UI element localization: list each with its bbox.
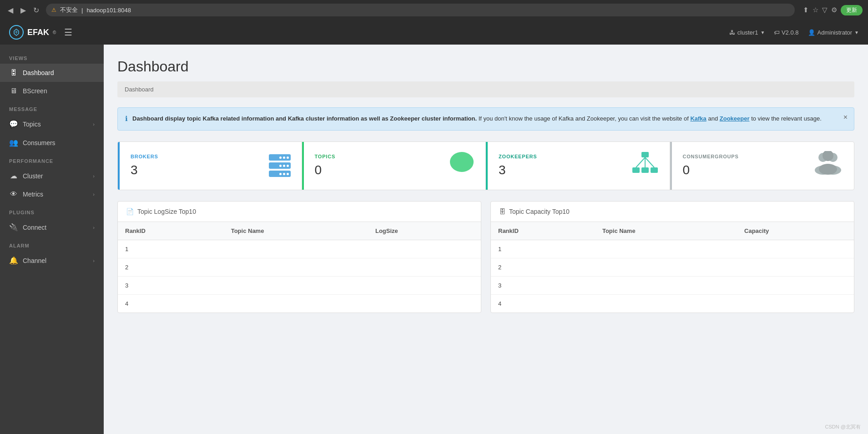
extensions-icon[interactable]: ▽ — [822, 6, 828, 14]
kafka-link[interactable]: Kafka — [690, 115, 706, 122]
main-layout: VIEWS 🎛 Dashboard 🖥 BScreen MESSAGE 💬 To… — [0, 45, 868, 434]
alert-close-button[interactable]: × — [843, 113, 848, 121]
capacity-col-rankid: RankID — [491, 222, 595, 240]
logsize-name-3 — [224, 276, 368, 294]
refresh-button[interactable]: ↻ — [31, 5, 41, 15]
capacity-header-row: RankID Topic Name Capacity — [491, 222, 854, 240]
logsize-header-icon: 📄 — [126, 208, 134, 215]
alert-normal-text: If you don't know the usage of Kafka and… — [479, 115, 691, 122]
admin-menu[interactable]: 👤 Administrator ▼ — [808, 29, 859, 36]
content-area: Dashboard Dashboard ℹ Dashboard display … — [104, 45, 868, 434]
capacity-table-header: 🗄 Topic Capacity Top10 — [491, 202, 854, 222]
logsize-rank-1: 1 — [118, 240, 224, 258]
brokers-value: 3 — [131, 163, 158, 177]
settings-icon[interactable]: ⚙ — [831, 6, 837, 14]
cluster-dropdown-arrow: ▼ — [760, 30, 765, 35]
table-row: 1 — [118, 240, 481, 258]
page-title: Dashboard — [117, 58, 854, 75]
consumergroups-value: 0 — [683, 163, 739, 177]
alert-and-text: and — [708, 115, 719, 122]
capacity-cap-1 — [737, 240, 854, 258]
capacity-cap-4 — [737, 294, 854, 313]
logsize-table-thead: RankID Topic Name LogSize — [118, 222, 481, 240]
cluster-selector[interactable]: 🖧 cluster1 ▼ — [729, 29, 765, 36]
logsize-table-title: Topic LogSize Top10 — [137, 208, 196, 215]
stat-card-zookeepers: ZOOKEEPERS 3 — [486, 142, 670, 190]
logsize-name-1 — [224, 240, 368, 258]
sidebar-item-consumers[interactable]: 👥 Consumers — [0, 133, 104, 152]
consumergroups-people-icon — [813, 151, 843, 181]
svg-rect-3 — [632, 167, 640, 173]
capacity-rank-3: 3 — [491, 276, 595, 294]
channel-icon: 🔔 — [9, 256, 18, 265]
logsize-rank-3: 3 — [118, 276, 224, 294]
stats-row: BROKERS 3 TOPICS 0 — [117, 141, 854, 190]
sidebar-label-metrics: Metrics — [23, 191, 43, 198]
sidebar-item-cluster[interactable]: ☁ Cluster › — [0, 167, 104, 185]
sidebar-item-connect-left: 🔌 Connect — [9, 223, 46, 232]
sidebar-item-topics[interactable]: 💬 Topics › — [0, 115, 104, 133]
stat-card-consumergroups: CONSUMERGROUPS 0 — [670, 142, 854, 190]
sidebar-item-channel[interactable]: 🔔 Channel › — [0, 251, 104, 270]
capacity-table-tbody: 1 2 3 — [491, 240, 854, 313]
topics-value: 0 — [315, 163, 336, 177]
logsize-rank-4: 4 — [118, 294, 224, 313]
url-text: hadoop101:8048 — [86, 7, 131, 14]
sidebar-label-connect: Connect — [23, 224, 46, 231]
capacity-cap-2 — [737, 258, 854, 276]
consumergroups-label: CONSUMERGROUPS — [683, 154, 739, 159]
logsize-size-2 — [368, 258, 481, 276]
sidebar-label-cluster: Cluster — [23, 172, 43, 180]
footer-watermark: CSDN @北冥有 — [825, 424, 861, 430]
logo-icon — [9, 25, 24, 40]
bscreen-icon: 🖥 — [9, 87, 18, 95]
topics-chevron-icon: › — [93, 121, 95, 127]
back-button[interactable]: ◀ — [5, 5, 15, 15]
cluster-sidebar-icon: ☁ — [9, 172, 18, 180]
logo: EFAK© — [9, 25, 56, 40]
alert-end-text: to view the relevant usage. — [751, 115, 822, 122]
capacity-name-3 — [595, 276, 737, 294]
capacity-name-4 — [595, 294, 737, 313]
plugins-section-label: PLUGINS — [0, 203, 104, 218]
consumers-icon: 👥 — [9, 138, 18, 147]
brokers-icon — [269, 154, 291, 177]
admin-icon: 👤 — [808, 29, 815, 36]
dashboard-icon: 🎛 — [9, 69, 18, 77]
stat-card-topics: TOPICS 0 — [302, 142, 486, 190]
cluster-chevron-icon: › — [93, 173, 95, 179]
logsize-col-rankid: RankID — [118, 222, 224, 240]
sidebar-item-bscreen[interactable]: 🖥 BScreen — [0, 82, 104, 100]
alert-bold-text: Dashboard display topic Kafka related in… — [132, 115, 477, 122]
sidebar-label-consumers: Consumers — [23, 139, 56, 146]
forward-button[interactable]: ▶ — [18, 5, 28, 15]
navbar-left: EFAK© ☰ — [9, 25, 72, 40]
svg-rect-4 — [641, 167, 649, 173]
sidebar-item-dashboard[interactable]: 🎛 Dashboard — [0, 64, 104, 82]
logsize-size-4 — [368, 294, 481, 313]
alert-info-icon: ℹ — [125, 115, 128, 123]
sidebar-item-connect[interactable]: 🔌 Connect › — [0, 218, 104, 237]
alarm-section-label: ALARM — [0, 237, 104, 251]
capacity-col-topicname: Topic Name — [595, 222, 737, 240]
zookeeper-link[interactable]: Zookeeper — [720, 115, 750, 122]
hamburger-menu[interactable]: ☰ — [64, 27, 72, 38]
capacity-name-1 — [595, 240, 737, 258]
sidebar-label-dashboard: Dashboard — [23, 69, 54, 76]
logsize-header-row: RankID Topic Name LogSize — [118, 222, 481, 240]
brokers-info: BROKERS 3 — [131, 154, 158, 177]
logsize-size-1 — [368, 240, 481, 258]
bookmark-icon[interactable]: ☆ — [812, 6, 818, 14]
table-row: 4 — [491, 294, 854, 313]
share-icon[interactable]: ⬆ — [803, 6, 809, 14]
zookeepers-value: 3 — [499, 163, 537, 177]
cluster-icon: 🖧 — [729, 29, 735, 36]
logsize-name-4 — [224, 294, 368, 313]
tables-row: 📄 Topic LogSize Top10 RankID Topic Name … — [117, 201, 854, 313]
sidebar-item-metrics[interactable]: 👁 Metrics › — [0, 185, 104, 203]
update-button[interactable]: 更新 — [841, 5, 863, 15]
logo-copyright: © — [53, 30, 56, 35]
channel-chevron-icon: › — [93, 258, 95, 263]
address-bar[interactable]: ⚠ 不安全 | hadoop101:8048 — [46, 4, 795, 16]
stat-card-brokers: BROKERS 3 — [118, 142, 302, 190]
